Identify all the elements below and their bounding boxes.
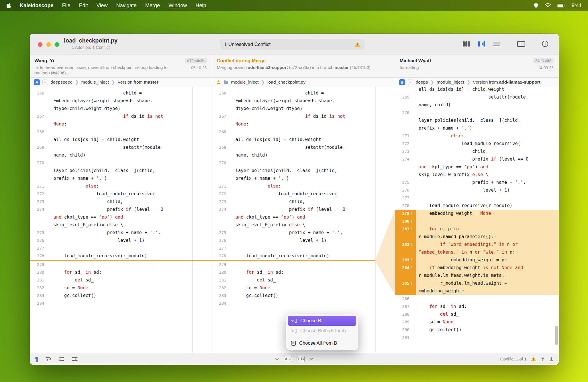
chevron-right-icon: ❯ [430,80,434,85]
conflict-navigation-group: Conflict 1 of 1 [500,356,554,361]
line-number-gutter: 288 [395,310,416,318]
code-line-conflict: 279! embedding_weight = None¬ [395,210,559,217]
line-number-gutter: 271 [212,182,233,190]
menu-item-label: Choose All from B [299,340,337,346]
close-window-button[interactable] [38,42,42,47]
code-line: 278 load_module_recursive(r_module) [30,252,192,260]
code-line: 284 [212,300,375,307]
code-line: 278 load_module_recursive(r_module) [212,252,375,260]
code-line: 286 [395,295,559,303]
commit-author-b: Michael Wyatt [400,58,529,63]
breadcrumb-segment[interactable]: module_inject [81,80,109,85]
menu-help[interactable]: Help [196,3,206,9]
pane-b-add-llama2-support[interactable]: all_ds_ids[ds_id] = child.weight269 seta… [395,87,559,353]
menu-window[interactable]: Window [169,3,187,9]
pane-a-master[interactable]: 266 child =EmbeddingLayer(weight_shape=d… [30,87,192,353]
display-options-icon[interactable] [71,357,78,361]
code-line: 276 level + 1) [212,237,375,244]
line-number-gutter: 291 [395,334,416,342]
code-line: 274 prefix if (level == 0and ckpt_type =… [395,155,559,179]
previous-conflict-button[interactable] [541,356,545,361]
code-line: 275 prefix + name + '.', [395,179,559,186]
menu-file[interactable]: File [62,3,70,9]
breadcrumb-version[interactable]: Version from add-llama2-support [473,80,540,85]
menu-navigate[interactable]: Navigate [116,3,137,9]
line-number-gutter: 274 [395,155,416,179]
document-title-block: load_checkpoint.py 1 Addition, 1 Conflic… [56,37,125,50]
menu-item-choose-all-from-b[interactable]: B Choose All from B [288,338,356,348]
committer-icon [216,80,221,84]
line-number-gutter: 284! [395,264,416,279]
breadcrumb-segment[interactable]: deepspeed [51,80,73,85]
code-line-conflict: 285! r_module.lm_head.weight =embedding_… [395,279,559,295]
breadcrumb-segment[interactable]: module_inject [231,80,259,85]
pane-output-merged[interactable]: 266 child =EmbeddingLayer(weight_shape=d… [212,87,375,353]
choose-both-icon [291,329,297,333]
line-number-gutter: 284 [212,300,233,307]
breadcrumb-segment[interactable]: module_inject [437,80,464,85]
branch-a-name: master [334,65,349,70]
menu-item-choose-b[interactable]: Choose B [288,316,356,326]
shield-icon[interactable] [534,3,538,8]
choose-a-button[interactable]: A [284,356,292,362]
chevron-right-icon: ❯ [75,80,79,85]
code-line: 270layer_policies[child.__class__](child… [30,159,192,182]
app-menu-kaleidoscope[interactable]: Kaleidoscope [20,3,53,9]
breadcrumb-version[interactable]: Version from master [118,80,158,85]
commit-hash-a[interactable]: d72edb3b [185,58,207,63]
menu-view[interactable]: View [96,3,108,9]
vertical-scrollbar-thumb[interactable] [555,326,558,345]
menu-edit[interactable]: Edit [79,3,88,9]
code-line: 282 sd = None [30,284,192,292]
close-file-b-icon[interactable]: ✕ [408,80,413,85]
breadcrumb-filename[interactable]: load_checkpoint.py [267,80,305,85]
breadcrumb-a: A ✕ deepspeed ❯ module_inject ❯ Version … [30,78,212,87]
commit-info-a: Wang, Yi fix lm head overriden issue, mo… [30,55,212,77]
list-icon[interactable] [58,357,65,361]
show-invisibles-icon[interactable]: ¶ [35,356,38,362]
close-file-a-icon[interactable]: ✕ [42,80,48,85]
code-line: 273 child, [395,148,559,155]
code-line: 267 if ds_id is notNone: [212,113,375,128]
code-line: 268all_ds_ids[ds_id] = child.weight [212,128,375,144]
code-line: 284 [30,300,192,307]
fluid-view-button[interactable] [517,41,525,47]
merge-view-button[interactable] [478,41,486,47]
menubar-clock[interactable]: 9:41 [572,3,582,9]
menu-merge[interactable]: Merge [145,3,160,9]
apple-menu-icon[interactable] [6,3,11,8]
branch-b-label: add-llama2-support [499,80,540,84]
unified-view-button[interactable] [493,41,500,47]
code-line: 287 for sd_ in sd: [395,303,559,310]
unresolved-conflict-banner[interactable]: 1 Unresolved Conflict [220,39,365,50]
document-subtitle: 1 Addition, 1 Conflict [56,45,125,50]
status-bar: ¶ A B Conflict 1 of 1 [30,353,559,365]
line-number-gutter: 287 [395,303,416,310]
code-line: 278 load_module_recursive(r_module) [395,202,559,210]
wrap-lines-icon[interactable] [45,356,51,361]
chevron-down-icon[interactable] [275,358,279,360]
breadcrumb-output: module_inject ❯ load_checkpoint.py [212,78,395,87]
line-number-gutter: 286 [395,295,416,303]
columns-view-button[interactable] [463,41,470,47]
code-line-conflict: 282! if "word_embeddings." in n or"embed… [395,241,559,256]
conflict-resolution-menu: Choose B Choose Both (B First) B Choose … [286,314,358,350]
minimize-window-button[interactable] [46,42,51,47]
line-number-gutter: 279! [395,210,416,217]
code-line: 269 setattr(module,name, child) [30,144,192,159]
info-button[interactable] [542,40,548,47]
wifi-icon[interactable] [545,3,551,8]
line-number-gutter: 280 [212,269,233,276]
merge-description: Merging branch add-llama2-support (c72aa… [217,65,382,70]
battery-icon[interactable] [557,4,565,7]
code-line: 289 sd = None [395,318,559,326]
choose-b-button[interactable]: B [297,356,305,362]
breadcrumb-segment[interactable]: deeps [416,80,428,85]
menu-bar: Kaleidoscope File Edit View Navigate Mer… [0,0,588,11]
commit-hash-b[interactable]: 24a3a0f2 [533,58,554,63]
line-number-gutter: 284 [30,300,51,307]
line-number-gutter: 276 [395,186,416,194]
code-line: 277 [395,194,559,202]
chevron-down-icon[interactable] [310,358,314,360]
next-conflict-button[interactable] [549,356,554,361]
